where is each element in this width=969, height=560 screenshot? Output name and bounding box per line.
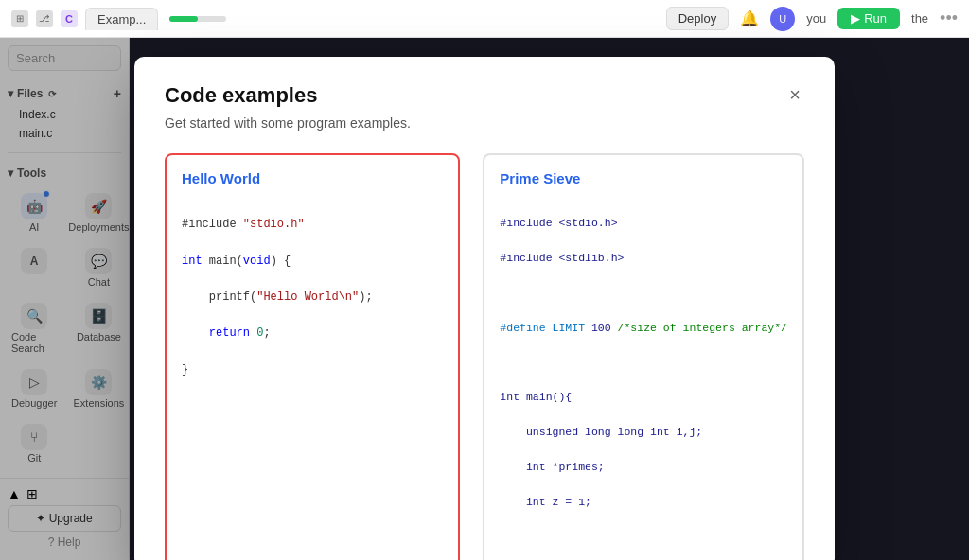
layout-icon[interactable]: ⊞: [11, 10, 28, 27]
bell-icon[interactable]: 🔔: [740, 9, 759, 27]
replit-icon[interactable]: C: [61, 10, 78, 27]
topbar-left: ⊞ ⎇ C Examp...: [11, 8, 226, 30]
modal-overlay[interactable]: Code examples × Get started with some pr…: [0, 38, 969, 560]
example-hello-world-code: #include "stdio.h" int main(void) { prin…: [182, 198, 443, 415]
tab-example[interactable]: Examp...: [85, 8, 158, 30]
deploy-button[interactable]: Deploy: [666, 7, 729, 30]
example-hello-world[interactable]: Hello World #include "stdio.h" int main(…: [165, 153, 460, 560]
modal-title: Code examples: [165, 83, 317, 108]
examples-grid: Hello World #include "stdio.h" int main(…: [165, 153, 804, 560]
topbar-context: you: [806, 11, 826, 26]
run-button[interactable]: ▶ Run: [837, 8, 900, 29]
example-prime-sieve-code: #include <stdio.h> #include <stdlib.h> #…: [500, 198, 787, 560]
after-run-text: the: [911, 11, 928, 26]
modal-header: Code examples ×: [165, 83, 804, 108]
avatar[interactable]: U: [770, 7, 795, 31]
example-hello-world-title[interactable]: Hello World: [182, 170, 443, 186]
code-examples-modal: Code examples × Get started with some pr…: [134, 57, 835, 560]
play-icon: ▶: [851, 11, 860, 26]
close-button[interactable]: ×: [785, 83, 804, 106]
modal-subtitle: Get started with some program examples.: [165, 115, 804, 131]
branch-icon[interactable]: ⎇: [36, 10, 53, 27]
topbar-right: Deploy 🔔 U you ▶ Run the •••: [666, 7, 958, 31]
example-prime-sieve-title[interactable]: Prime Sieve: [500, 170, 787, 186]
example-prime-sieve[interactable]: Prime Sieve #include <stdio.h> #include …: [483, 153, 804, 560]
more-options-icon[interactable]: •••: [940, 9, 958, 28]
topbar: ⊞ ⎇ C Examp... Deploy 🔔 U you ▶ Run the …: [0, 0, 969, 38]
